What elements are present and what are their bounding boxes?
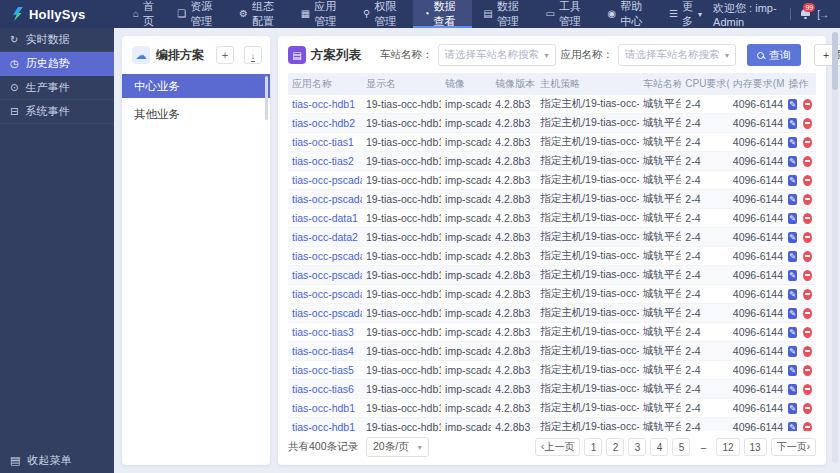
edit-icon[interactable]: ✎ <box>788 422 797 432</box>
edit-icon[interactable]: ✎ <box>788 118 797 129</box>
delete-icon[interactable] <box>803 137 812 148</box>
station-select[interactable]: 请选择车站名称搜索 ▾ <box>438 44 556 66</box>
edit-icon[interactable]: ✎ <box>788 403 797 414</box>
delete-icon[interactable] <box>803 384 812 395</box>
edit-icon[interactable]: ✎ <box>788 194 797 205</box>
app-select[interactable]: 请选择车站名称搜索 ▾ <box>618 44 736 66</box>
app-name-link[interactable]: tias-occ-hdb2 <box>292 117 355 129</box>
nav-app-manage[interactable]: ▦ 应用管理 ▾ <box>290 0 352 28</box>
delete-icon[interactable] <box>803 327 812 338</box>
table-row: tias-occ-pscada5 19-tias-occ-hdb1 imp-sc… <box>288 285 816 304</box>
app-name-link[interactable]: tias-occ-data1 <box>292 212 358 224</box>
station-cell: 城轨平台 <box>639 266 681 285</box>
page-button[interactable]: 1 <box>584 438 602 456</box>
delete-icon[interactable] <box>803 365 812 376</box>
delete-icon[interactable] <box>803 118 812 129</box>
delete-icon[interactable] <box>803 346 812 357</box>
delete-icon[interactable] <box>803 308 812 319</box>
edit-icon[interactable]: ✎ <box>788 251 797 262</box>
table-row: tias-occ-pscada1 19-tias-occ-hdb1 imp-sc… <box>288 190 816 209</box>
sidebar-item-history-trend[interactable]: ◷ 历史趋势 <box>0 52 114 76</box>
nav-config[interactable]: ⚙ 组态配置 ▾ <box>228 0 290 28</box>
delete-icon[interactable] <box>803 251 812 262</box>
sidebar-item-production-events[interactable]: ⊙ 生产事件 <box>0 76 114 100</box>
nav-home[interactable]: ⌂ 首页 ▾ <box>122 0 166 28</box>
nav-item-label: 数据查看 <box>434 0 462 29</box>
app-name-link[interactable]: tias-occ-data2 <box>292 231 358 243</box>
edit-icon[interactable]: ✎ <box>788 365 797 376</box>
logout-icon[interactable]: [→ <box>817 9 828 20</box>
collapse-menu-button[interactable]: ▤ 收起菜单 <box>0 447 114 473</box>
delete-icon[interactable] <box>803 175 812 186</box>
edit-icon[interactable]: ✎ <box>788 232 797 243</box>
edit-icon[interactable]: ✎ <box>788 99 797 110</box>
page-size-select[interactable]: 20条/页 ▾ <box>366 437 429 457</box>
nav-data-view[interactable]: ◔ 数据查看 ▾ <box>413 0 473 28</box>
page-button[interactable]: 13 <box>744 438 767 456</box>
app-name-link[interactable]: tias-occ-tias1 <box>292 136 354 148</box>
delete-icon[interactable] <box>803 232 812 243</box>
delete-icon[interactable] <box>803 270 812 281</box>
page-button[interactable]: 5 <box>672 438 690 456</box>
table-row: tias-occ-hdb1 19-tias-occ-hdb1 imp-scada… <box>288 399 816 418</box>
edit-icon[interactable]: ✎ <box>788 213 797 224</box>
app-name-link[interactable]: tias-occ-hdb1 <box>292 98 355 110</box>
nav-permission[interactable]: ⚲ 权限管理 ▾ <box>352 0 413 28</box>
plan-item-center-business[interactable]: 中心业务 <box>122 74 270 98</box>
nav-data-manage[interactable]: ▤ 数据管理 ▾ <box>472 0 534 28</box>
sidebar-item-realtime-data[interactable]: ↻ 实时数据 <box>0 28 114 52</box>
nav-resource-manage[interactable]: ❏ 资源管理 ▾ <box>166 0 228 28</box>
edit-icon[interactable]: ✎ <box>788 156 797 167</box>
app-name-link[interactable]: tias-occ-pscada3 <box>292 250 362 262</box>
page-button[interactable]: 4 <box>650 438 668 456</box>
edit-icon[interactable]: ✎ <box>788 137 797 148</box>
nav-more[interactable]: ☰ 更多 ▾ <box>658 0 713 28</box>
page-button[interactable]: 2 <box>606 438 624 456</box>
app-name-link[interactable]: tias-occ-tias4 <box>292 345 354 357</box>
edit-icon[interactable]: ✎ <box>788 270 797 281</box>
edit-icon[interactable]: ✎ <box>788 346 797 357</box>
plan-item-other-business[interactable]: 其他业务 <box>122 102 270 126</box>
page-button[interactable]: ‹上一页 <box>535 438 580 456</box>
edit-icon[interactable]: ✎ <box>788 289 797 300</box>
app-select-placeholder: 请选择车站名称搜索 <box>625 48 720 62</box>
plan-list-scrollbar[interactable] <box>265 76 268 120</box>
edit-icon[interactable]: ✎ <box>788 308 797 319</box>
cpu-cell: 2-4 <box>681 399 729 418</box>
app-name-link[interactable]: tias-occ-tias5 <box>292 364 354 376</box>
delete-icon[interactable] <box>803 99 812 110</box>
nav-tool-manage[interactable]: ▭ 工具管理 ▾ <box>534 0 596 28</box>
page-button[interactable]: 12 <box>716 438 739 456</box>
sidebar-item-system-events[interactable]: ⊟ 系统事件 <box>0 100 114 124</box>
edit-icon[interactable]: ✎ <box>788 384 797 395</box>
app-name-link[interactable]: tias-occ-tias2 <box>292 155 354 167</box>
delete-icon[interactable] <box>803 213 812 224</box>
delete-icon[interactable] <box>803 403 812 414</box>
delete-icon[interactable] <box>803 156 812 167</box>
app-name-link[interactable]: tias-occ-hdb1 <box>292 421 355 431</box>
scrollbar-thumb[interactable] <box>832 32 838 90</box>
page-button[interactable]: 3 <box>628 438 646 456</box>
search-button[interactable]: 查询 <box>747 44 801 66</box>
app-name-link[interactable]: tias-occ-pscada4 <box>292 269 362 281</box>
app-name-link[interactable]: tias-occ-tias3 <box>292 326 354 338</box>
app-name-link[interactable]: tias-occ-hdb1 <box>292 402 355 414</box>
delete-icon[interactable] <box>803 422 812 432</box>
edit-icon[interactable]: ✎ <box>788 175 797 186</box>
app-name-link[interactable]: tias-occ-tias6 <box>292 383 354 395</box>
app-name-link[interactable]: tias-occ-pscada1 <box>292 174 362 186</box>
app-name-link[interactable]: tias-occ-pscada5 <box>292 288 362 300</box>
vertical-scrollbar[interactable] <box>832 32 838 463</box>
image-version-cell: 4.2.8b3 <box>491 171 536 190</box>
delete-icon[interactable] <box>803 194 812 205</box>
edit-icon[interactable]: ✎ <box>788 327 797 338</box>
add-plan-button[interactable]: + <box>216 46 234 64</box>
notification-bell-icon[interactable]: 99 <box>800 8 809 20</box>
nav-help-center[interactable]: ◉ 帮助中心 ▾ <box>596 0 658 28</box>
app-name-link[interactable]: tias-occ-pscada6 <box>292 307 362 319</box>
plan-list-panel: ▤ 方案列表 车站名称： 请选择车站名称搜索 ▾ 应用名称： 请选择车站名称搜索… <box>278 36 826 465</box>
import-plan-button[interactable]: ↓ <box>244 46 262 64</box>
delete-icon[interactable] <box>803 289 812 300</box>
page-button[interactable]: 下一页› <box>771 438 816 456</box>
app-name-link[interactable]: tias-occ-pscada1 <box>292 193 362 205</box>
